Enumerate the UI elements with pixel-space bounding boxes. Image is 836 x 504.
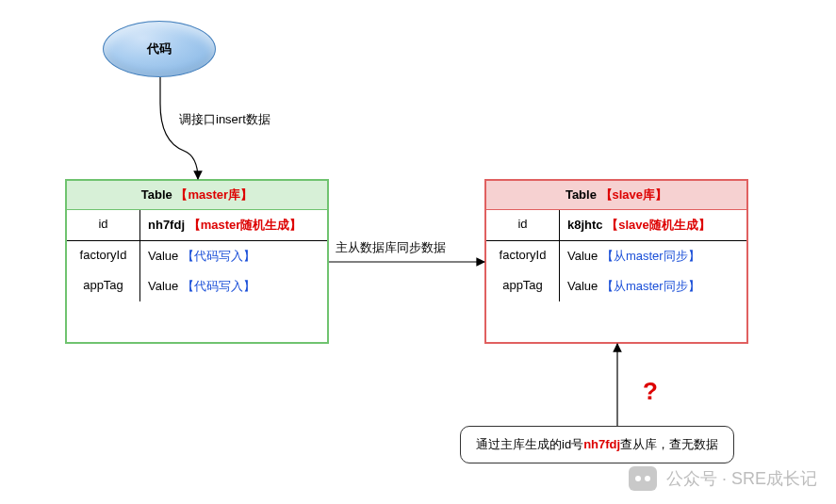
watermark-text: 公众号 · SRE成长记 — [666, 467, 817, 490]
query-post: 查从库，查无数据 — [620, 437, 718, 451]
master-title-red: 【master库】 — [175, 187, 253, 202]
master-apptag-val: Value 【代码写入】 — [140, 271, 327, 301]
slave-factoryid-key: factoryId — [486, 241, 560, 271]
slave-id-key: id — [486, 210, 560, 240]
slave-title-red: 【slave库】 — [600, 187, 668, 202]
edge-label-insert: 调接口insert数据 — [179, 111, 270, 128]
master-title-prefix: Table — [141, 187, 172, 202]
slave-apptag-text: Value — [567, 279, 598, 293]
master-row-id: id nh7fdj 【master随机生成】 — [67, 210, 327, 241]
master-apptag-key: appTag — [67, 271, 140, 301]
query-box: 通过主库生成的id号nh7fdj查从库，查无数据 — [460, 426, 734, 463]
slave-apptag-val: Value 【从master同步】 — [560, 271, 746, 301]
master-id-key: id — [67, 210, 140, 240]
master-row-apptag: appTag Value 【代码写入】 — [67, 271, 327, 301]
master-id-val: nh7fdj 【master随机生成】 — [140, 210, 327, 240]
slave-row-apptag: appTag Value 【从master同步】 — [486, 271, 746, 301]
slave-row-factoryid: factoryId Value 【从master同步】 — [486, 241, 746, 271]
query-id: nh7fdj — [583, 437, 620, 451]
wechat-icon — [629, 466, 657, 491]
master-id-note: 【master随机生成】 — [189, 218, 303, 232]
master-factoryid-note: 【代码写入】 — [182, 249, 255, 263]
question-mark: ? — [643, 377, 658, 406]
slave-factoryid-note: 【从master同步】 — [601, 249, 700, 263]
slave-row-id: id k8jhtc 【slave随机生成】 — [486, 210, 746, 241]
code-node: 代码 — [103, 21, 216, 77]
slave-apptag-note: 【从master同步】 — [601, 279, 700, 293]
master-factoryid-key: factoryId — [67, 241, 140, 271]
edge-label-sync: 主从数据库同步数据 — [336, 239, 446, 256]
slave-table-header: Table 【slave库】 — [486, 181, 746, 210]
master-id-bold: nh7fdj — [148, 218, 185, 232]
master-apptag-text: Value — [148, 279, 178, 293]
master-table: Table 【master库】 id nh7fdj 【master随机生成】 f… — [65, 179, 329, 344]
slave-apptag-key: appTag — [486, 271, 560, 301]
slave-id-bold: k8jhtc — [567, 218, 603, 232]
code-node-label: 代码 — [147, 41, 172, 57]
master-factoryid-val: Value 【代码写入】 — [140, 241, 327, 271]
slave-id-val: k8jhtc 【slave随机生成】 — [560, 210, 746, 240]
watermark: 公众号 · SRE成长记 — [629, 466, 817, 491]
master-table-header: Table 【master库】 — [67, 181, 327, 210]
slave-factoryid-val: Value 【从master同步】 — [560, 241, 746, 271]
slave-factoryid-text: Value — [567, 249, 598, 263]
slave-id-note: 【slave随机生成】 — [606, 218, 711, 232]
master-row-factoryid: factoryId Value 【代码写入】 — [67, 241, 327, 271]
master-factoryid-text: Value — [148, 249, 178, 263]
slave-title-prefix: Table — [566, 187, 597, 202]
query-pre: 通过主库生成的id号 — [476, 437, 583, 451]
slave-table: Table 【slave库】 id k8jhtc 【slave随机生成】 fac… — [484, 179, 748, 344]
master-apptag-note: 【代码写入】 — [182, 279, 255, 293]
